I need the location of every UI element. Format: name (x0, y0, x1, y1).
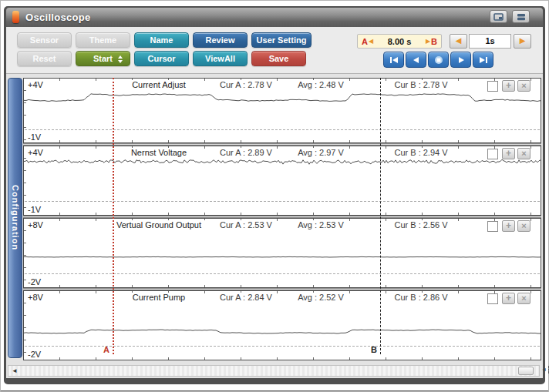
close-channel-button[interactable]: × (517, 148, 530, 159)
resize-grip-icon[interactable]: ◄ (541, 366, 549, 374)
reset-button[interactable]: Reset (17, 51, 72, 66)
review-button[interactable]: Review (193, 32, 248, 48)
vmax-label: +8V (28, 293, 43, 302)
tick-marks (24, 79, 541, 81)
minimize-window-button[interactable] (512, 10, 530, 23)
cursor-b-label: B (430, 37, 438, 46)
tick-marks (24, 291, 541, 293)
timebase-decrease-button[interactable]: ◀ (450, 34, 467, 49)
step-back-button[interactable] (406, 52, 426, 68)
step-back-icon (411, 56, 422, 64)
channel-checkbox[interactable] (487, 149, 498, 159)
zero-volt-gridline (25, 346, 540, 347)
skip-to-start-button[interactable] (383, 52, 404, 68)
stop-button[interactable] (428, 52, 449, 68)
zero-volt-gridline (25, 129, 540, 130)
channel-checkbox[interactable] (487, 221, 498, 232)
save-button[interactable]: Save (251, 51, 306, 66)
add-channel-button[interactable]: + (502, 293, 515, 304)
titlebar: Oscilloscope (6, 8, 543, 27)
vmin-label: -2V (28, 350, 41, 359)
channel-panel: +8V -2V Current Pump Cur A : 2.84 V Avg … (23, 290, 541, 360)
channel-panel: +8V -2V Vertual Ground Output Cur A : 2.… (23, 218, 541, 288)
restore-window-icon (493, 13, 504, 21)
scrollbar-thumb[interactable] (518, 367, 534, 375)
skip-to-start-icon (389, 56, 399, 64)
close-channel-button[interactable]: × (517, 80, 530, 92)
waveform-trace (24, 219, 541, 288)
skip-to-end-icon (478, 56, 489, 64)
waveform-trace (24, 292, 541, 360)
window-title: Oscilloscope (25, 12, 91, 23)
close-channel-button[interactable]: × (517, 293, 530, 304)
add-channel-button[interactable]: + (502, 80, 515, 92)
configuration-tab[interactable]: Configuration (8, 78, 22, 358)
vmin-label: -1V (28, 205, 41, 214)
tick-marks (24, 146, 541, 149)
channel-panel: +4V -1V Current Adjust Cur A : 2.78 V Av… (23, 78, 541, 143)
vmax-label: +4V (28, 148, 43, 157)
tick-marks (24, 146, 26, 215)
screenshot-frame: Oscilloscope Sensor Theme Name Review Us… (0, 0, 549, 392)
add-channel-button[interactable]: + (502, 220, 515, 232)
toolbar: Sensor Theme Name Review User Setting Re… (6, 27, 543, 73)
viewall-button[interactable]: ViewAll (193, 51, 248, 66)
start-button[interactable]: Start (76, 51, 130, 66)
cursor-a-label: A (361, 37, 369, 46)
name-button[interactable]: Name (134, 32, 189, 48)
vmin-label: -2V (28, 277, 41, 286)
grip-arrow: ◄ (541, 366, 547, 374)
channels-stack: +4V -1V Current Adjust Cur A : 2.78 V Av… (23, 78, 541, 360)
channel-title: Vertual Ground Output (113, 220, 205, 230)
app-icon (12, 11, 19, 23)
cursor-a-readout: Cur A : 2.84 V (218, 293, 274, 302)
theme-button[interactable]: Theme (76, 32, 130, 48)
sensor-button[interactable]: Sensor (17, 32, 72, 48)
stop-icon (433, 55, 444, 65)
user-setting-button[interactable]: User Setting (251, 32, 312, 48)
ab-time-value: 8.00 s (373, 37, 426, 46)
channel-checkbox[interactable] (487, 81, 498, 92)
tick-marks (24, 219, 26, 287)
close-channel-button[interactable]: × (517, 220, 530, 232)
avg-readout: Avg : 2.97 V (296, 148, 345, 157)
tick-marks (24, 140, 541, 142)
vmax-label: +4V (28, 80, 43, 89)
avg-readout: Avg : 2.53 V (296, 220, 345, 230)
cursor-a-readout: Cur A : 2.78 V (218, 80, 274, 89)
configuration-tab-label: Configuration (11, 185, 20, 250)
play-button[interactable] (450, 52, 471, 68)
start-spinner-icon[interactable] (118, 55, 123, 63)
channel-checkbox[interactable] (487, 293, 498, 304)
ab-cursor-time-panel[interactable]: A ◀ 8.00 s ▶ B (357, 34, 442, 49)
cursor-button[interactable]: Cursor (134, 51, 189, 66)
tick-marks (24, 219, 541, 221)
avg-readout: Avg : 2.48 V (296, 80, 345, 89)
horizontal-scrollbar[interactable]: ◄ (8, 365, 540, 377)
waveform-trace (24, 147, 541, 216)
tick-marks (24, 285, 541, 287)
add-channel-button[interactable]: + (502, 148, 515, 159)
minimize-window-icon (517, 13, 526, 21)
timebase-increase-button[interactable]: ▶ (514, 34, 531, 49)
main-area: Configuration +4V -1V Current Adjust Cur… (6, 73, 543, 378)
channel-title: Nernst Voltage (127, 148, 190, 157)
cursor-b-readout: Cur B : 2.94 V (392, 148, 449, 157)
cursor-b-readout: Cur B : 2.86 V (392, 293, 449, 302)
cursor-b-readout: Cur B : 2.78 V (392, 80, 449, 89)
scroll-left-arrow-icon[interactable]: ◄ (12, 367, 18, 375)
cursor-b-readout: Cur B : 2.56 V (392, 220, 449, 230)
play-icon (456, 56, 466, 64)
timebase-field[interactable]: 1s (469, 34, 511, 49)
skip-to-end-button[interactable] (473, 52, 493, 68)
waveform-trace (24, 79, 541, 143)
avg-readout: Avg : 2.52 V (296, 293, 345, 302)
channel-title: Current Pump (129, 293, 189, 302)
restore-window-button[interactable] (490, 10, 507, 23)
vmin-label: -1V (28, 132, 41, 142)
cursor-a-readout: Cur A : 2.89 V (218, 148, 274, 157)
zero-volt-gridline (25, 273, 540, 274)
tick-marks (24, 357, 541, 360)
cursor-a-readout: Cur A : 2.53 V (218, 220, 274, 230)
start-button-label: Start (93, 54, 113, 63)
